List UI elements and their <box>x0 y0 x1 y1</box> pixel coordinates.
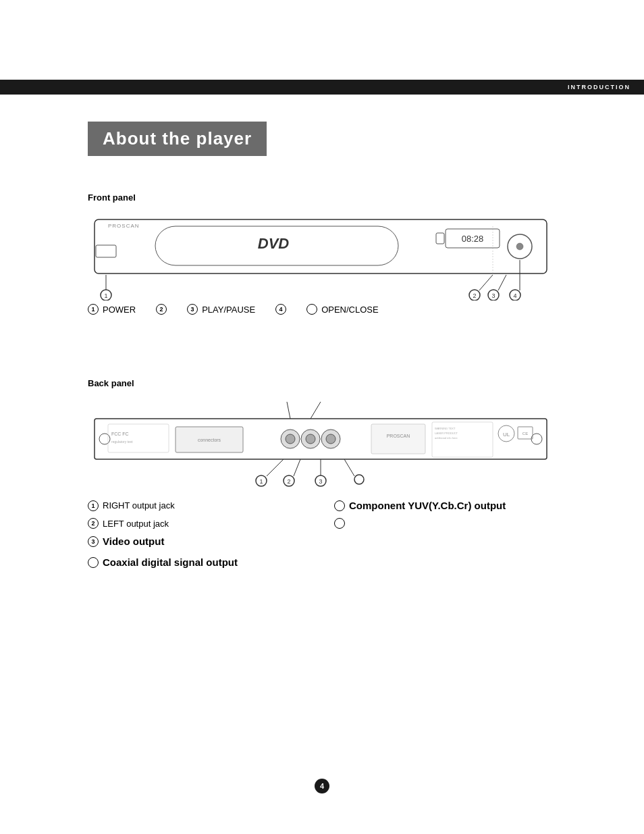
page-number: 4 <box>315 779 329 793</box>
back-panel-label: Back panel <box>88 378 134 388</box>
front-label-power: 1 POWER <box>88 304 136 315</box>
svg-text:WARNING TEXT: WARNING TEXT <box>435 427 456 430</box>
svg-point-8 <box>516 243 523 250</box>
svg-text:DVD: DVD <box>258 235 290 252</box>
svg-line-17 <box>498 275 506 290</box>
svg-text:FCC FC: FCC FC <box>111 432 129 436</box>
svg-text:1: 1 <box>104 292 107 299</box>
svg-point-30 <box>286 434 295 444</box>
svg-point-59 <box>354 475 364 484</box>
svg-text:CE: CE <box>522 432 528 436</box>
front-label-4: 4 <box>275 304 286 315</box>
svg-line-49 <box>267 459 284 476</box>
header-bar: INTRODUCTION <box>0 80 644 95</box>
svg-text:additional info here: additional info here <box>435 436 458 440</box>
svg-text:LASER PRODUCT: LASER PRODUCT <box>435 432 458 435</box>
front-labels: 1 POWER 2 3 PLAY/PAUSE 4 OPEN/CLOSE <box>88 304 554 317</box>
svg-text:connectors: connectors <box>198 438 221 442</box>
svg-line-58 <box>344 459 354 476</box>
back-label-component: Component YUV(Y.Cb.Cr) output <box>334 500 554 511</box>
svg-line-48 <box>311 402 321 419</box>
front-label-2: 2 <box>156 304 167 315</box>
back-label-right: 1 RIGHT output jack <box>88 500 307 511</box>
back-diagram: FCC FC regulatory text connectors PROSCA… <box>88 398 554 476</box>
back-label-left: 2 LEFT output jack <box>88 518 307 529</box>
back-label-extra-circle <box>334 518 554 529</box>
svg-text:08:28: 08:28 <box>462 234 484 244</box>
svg-text:UL: UL <box>503 432 510 438</box>
back-label-video: 3 Video output <box>88 536 307 547</box>
svg-point-32 <box>306 434 315 444</box>
front-label-playpause: 3 PLAY/PAUSE <box>187 304 255 315</box>
svg-text:regulatory text: regulatory text <box>111 440 133 444</box>
svg-point-34 <box>326 434 336 444</box>
back-label-video-text: Video output <box>103 536 164 547</box>
svg-line-47 <box>287 402 290 419</box>
front-label-openclose: OPEN/CLOSE <box>306 304 379 315</box>
front-panel-label: Front panel <box>88 192 136 203</box>
svg-text:2: 2 <box>287 478 290 485</box>
back-label-right-text: RIGHT output jack <box>103 500 175 511</box>
svg-text:PROSCAN: PROSCAN <box>387 434 410 438</box>
page-title: About the player <box>103 128 252 149</box>
title-section: About the player <box>88 122 267 156</box>
svg-text:1: 1 <box>259 478 263 485</box>
back-label-coaxial-text: Coaxial digital signal output <box>103 556 238 568</box>
svg-text:PROSCAN: PROSCAN <box>108 223 140 229</box>
svg-line-52 <box>294 459 300 476</box>
svg-text:4: 4 <box>513 292 516 299</box>
front-diagram: DVD 08:28 PROSCAN 1 2 3 4 <box>88 213 554 294</box>
back-label-component-text: Component YUV(Y.Cb.Cr) output <box>349 500 506 511</box>
back-label-left-text: LEFT output jack <box>103 519 169 529</box>
svg-text:3: 3 <box>319 478 322 485</box>
title-box: About the player <box>88 122 267 156</box>
back-label-coaxial: Coaxial digital signal output <box>88 556 307 568</box>
svg-line-14 <box>479 275 493 290</box>
svg-text:2: 2 <box>473 292 476 299</box>
svg-text:3: 3 <box>491 292 495 299</box>
back-labels: 1 RIGHT output jack Component YUV(Y.Cb.C… <box>88 500 554 568</box>
svg-rect-37 <box>371 424 425 454</box>
section-label: INTRODUCTION <box>568 84 630 90</box>
